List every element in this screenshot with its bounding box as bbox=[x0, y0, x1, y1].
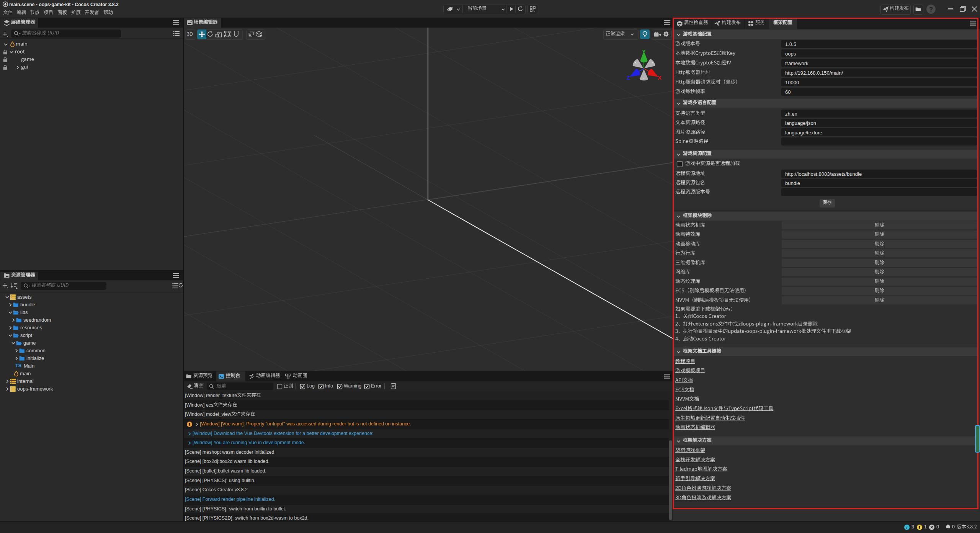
svg-text:X: X bbox=[658, 75, 662, 81]
svg-text:Z: Z bbox=[627, 75, 630, 81]
svg-text:i: i bbox=[906, 525, 908, 530]
svg-text:Y: Y bbox=[642, 49, 646, 55]
svg-text:?: ? bbox=[929, 6, 933, 13]
